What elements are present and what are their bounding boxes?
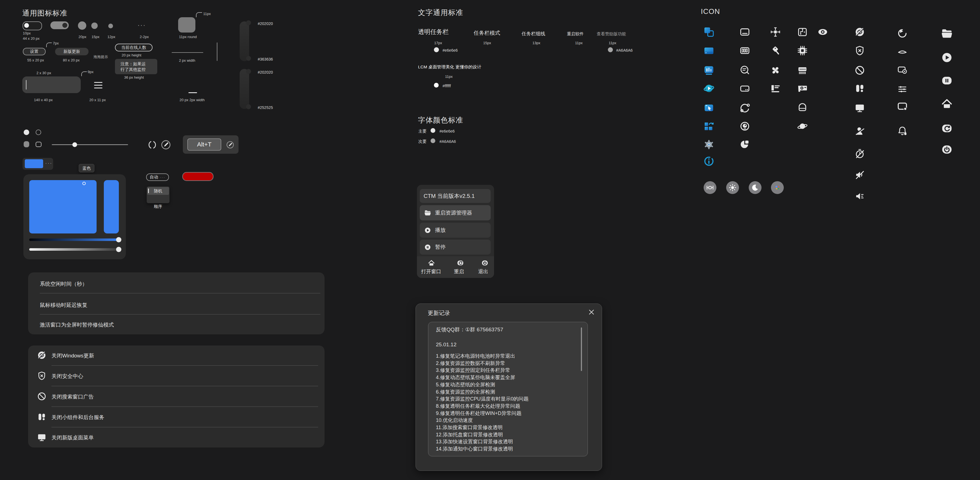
input-box-sample[interactable]: [22, 76, 81, 93]
hue-bar[interactable]: [104, 180, 119, 233]
cpu-icon: [797, 45, 808, 56]
radio-unselected[interactable]: [36, 130, 41, 135]
sync-icon: [740, 103, 750, 113]
circle-12px-sample: [108, 24, 113, 29]
disable-card: 关闭Windows更新 关闭安全中心 关闭搜索窗口广告 关闭小组件和后台服务 关…: [28, 345, 325, 447]
gradient-slider-blue[interactable]: [29, 238, 119, 241]
ctm-footer-label[interactable]: 退出: [478, 268, 488, 275]
ctm-item-label: 重启资源管理器: [435, 209, 472, 217]
slider-thumb[interactable]: [116, 247, 121, 252]
settings-row[interactable]: 系统空闲时间（秒）: [40, 280, 88, 288]
power-squircle-icon[interactable]: [481, 259, 488, 266]
news-layout-icon: [770, 83, 781, 93]
round-size-label: 11px round: [179, 35, 197, 39]
mode-dropdown: 随机 顺序: [147, 187, 170, 203]
settings-row[interactable]: 鼠标移动时延迟恢复: [40, 301, 88, 309]
disable-row[interactable]: 关闭小组件和后台服务: [51, 414, 104, 421]
checkbox-filled[interactable]: [24, 141, 29, 147]
saturation-area[interactable]: [29, 180, 97, 233]
widgets-icon: [854, 83, 865, 93]
hotkey-value[interactable]: Alt+T: [187, 138, 221, 150]
reset-icon[interactable]: [147, 140, 157, 150]
red-color-sample[interactable]: [182, 172, 213, 181]
disable-row[interactable]: 关闭新版桌面菜单: [51, 434, 94, 441]
more-dots[interactable]: ···: [45, 160, 52, 166]
filters-icon: [897, 84, 908, 95]
play-circle-icon: [424, 227, 431, 234]
new-update-button[interactable]: 新版更新: [55, 48, 89, 55]
scrollbar[interactable]: [581, 328, 582, 371]
bubble-label: 泡泡提示: [94, 54, 108, 60]
ctm-footer-label[interactable]: 重启: [454, 268, 464, 275]
ctm-footer-button[interactable]: [457, 259, 464, 266]
close-icon[interactable]: [588, 309, 595, 315]
update-off-icon: [37, 350, 46, 360]
log-entry: 10.优化启动速度: [436, 417, 528, 424]
slider-track[interactable]: [52, 144, 128, 145]
disable-row[interactable]: 关闭搜索窗口广告: [51, 393, 94, 401]
quick-toggle-button[interactable]: [749, 181, 762, 194]
blue-swatch[interactable]: [25, 159, 43, 168]
text-caret: [26, 80, 27, 89]
edit-pencil-icon[interactable]: [161, 139, 171, 150]
quick-toggle-button[interactable]: [726, 181, 739, 194]
settings-button[interactable]: 设置: [23, 48, 46, 55]
online-size-label: 20 px height: [122, 53, 142, 57]
media-orbit-icon: [704, 83, 714, 93]
slider-thumb[interactable]: [116, 237, 121, 242]
log-entry: 4.修复动态壁纸某些电脑未覆盖全屏: [436, 374, 528, 381]
edit-pencil-icon[interactable]: [226, 141, 234, 149]
color-picker-panel: [23, 174, 126, 259]
ctm-menu-item[interactable]: 暂停: [420, 239, 491, 255]
restart-squircle-icon[interactable]: [457, 259, 464, 266]
color-dot: [246, 20, 251, 25]
toggle-off-sample[interactable]: [22, 21, 42, 30]
color-swatch-field[interactable]: ···: [22, 158, 53, 170]
home-icon: [941, 98, 953, 109]
disable-row[interactable]: 关闭安全中心: [51, 373, 83, 380]
hex-label: #A6A6A6: [616, 48, 633, 52]
menu-size-label: 20 x 11 px: [89, 98, 106, 102]
checkbox-outline[interactable]: [36, 142, 41, 147]
ctm-footer-button[interactable]: [481, 259, 488, 266]
swatch-hex: #202020: [258, 70, 273, 74]
color-dot: [431, 128, 435, 133]
block-icon: [37, 391, 46, 401]
home-icon[interactable]: [428, 259, 435, 266]
ctm-footer-label[interactable]: 打开窗口: [421, 268, 441, 275]
settings-row[interactable]: 激活窗口为全屏时暂停修仙模式: [40, 321, 114, 328]
speaker-plug-icon: [854, 191, 865, 201]
hex-label: #A6A6A6: [439, 139, 456, 144]
log-entry: 11.添加搜索窗口背景修改透明: [436, 424, 528, 431]
log-entry: 12.添加托盘窗口背景修改透明: [436, 431, 528, 439]
picker-marker[interactable]: [83, 182, 86, 185]
slider-thumb[interactable]: [72, 142, 77, 147]
ctm-footer-button[interactable]: [428, 259, 435, 266]
ctm-menu-item[interactable]: 重启资源管理器: [420, 205, 491, 220]
text-sample: 重启软件: [567, 32, 584, 37]
color-dot: [246, 69, 251, 74]
ctm-menu-item[interactable]: 播放: [420, 223, 491, 238]
disable-row[interactable]: 关闭Windows更新: [51, 352, 94, 360]
mode-option-random[interactable]: 随机: [147, 187, 169, 195]
notification-icon: [897, 126, 908, 136]
mode-option-order[interactable]: 顺序: [147, 203, 169, 211]
timer-off-icon: [854, 149, 865, 159]
quick-toggle-button[interactable]: [771, 181, 784, 194]
color-tooltip: 蓝色: [79, 164, 94, 172]
widgets-icon: [37, 412, 46, 421]
log-entries: 1.修复笔记本电源转电池时异常退出2.修复资源监控数据不刷新异常3.修复资源监控…: [436, 353, 528, 453]
gradient-slider-gray[interactable]: [29, 248, 119, 251]
auto-button[interactable]: 自动 ···: [146, 173, 169, 181]
radio-selected[interactable]: [24, 130, 29, 135]
size-label: 11px: [609, 41, 616, 45]
toggle-knob: [62, 23, 67, 28]
quick-toggle-button[interactable]: [704, 181, 716, 194]
log-entry: 1.修复笔记本电源转电池时异常退出: [436, 353, 528, 360]
night-icon: [751, 184, 759, 192]
color-dot: [431, 138, 435, 143]
toggle-on-sample[interactable]: [50, 21, 69, 29]
close-icon[interactable]: [588, 309, 595, 315]
circle-size-label: 20px: [78, 35, 86, 39]
date-line: 25.01.12: [436, 341, 457, 348]
